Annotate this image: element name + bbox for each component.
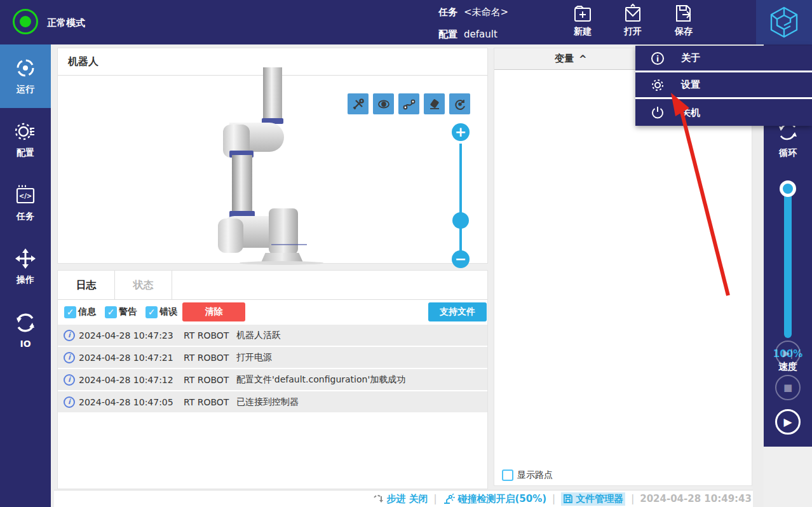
collapse-caret-icon: ^ (579, 53, 587, 65)
file-manager-label: 文件管理器 (576, 493, 623, 505)
show-waypoints-checkbox[interactable] (502, 470, 513, 481)
step-mode-toggle[interactable]: 步进 关闭 (372, 493, 428, 505)
path-icon (403, 98, 416, 111)
collision-detection-toggle[interactable]: 碰撞检测开启(50%) (442, 493, 546, 505)
loop-mode-button[interactable]: 循环 (764, 121, 812, 159)
sidebar-item-run[interactable]: 运行 (0, 44, 51, 108)
filter-error-label: 错误 (159, 306, 177, 318)
info-icon: i (64, 396, 75, 408)
filter-warning-label: 警告 (119, 306, 137, 318)
gear-list-icon (15, 121, 36, 142)
collision-detection-label: 碰撞检测开启(50%) (457, 493, 546, 505)
zoom-slider-track[interactable] (459, 144, 462, 252)
log-filter-bar: ✓ 信息 ✓ 警告 ✓ 错误 清除 支持文件 (58, 300, 487, 324)
svg-text:</>: </> (19, 193, 32, 199)
variables-title: 变量 (555, 53, 574, 65)
eye-icon (377, 98, 390, 111)
file-manager-button[interactable]: 文件管理器 (561, 492, 625, 506)
io-arrows-icon (15, 312, 36, 334)
step-icon (372, 494, 384, 504)
sidebar-item-io[interactable]: IO (0, 299, 51, 362)
info-icon: i (651, 51, 665, 65)
visibility-button[interactable] (373, 93, 394, 114)
log-entry: i 2024-04-28 10:47:05 RT ROBOT 已连接到控制器 (58, 391, 487, 412)
clear-log-button[interactable]: 清除 (182, 302, 245, 321)
tools-button[interactable] (348, 93, 369, 114)
top-bar: 正常模式 任务 <未命名> 配置 default 新建 打开 保存 (0, 0, 812, 44)
zoom-out-button[interactable]: − (452, 250, 470, 268)
check-icon: ✓ (67, 307, 74, 317)
sidebar-item-config[interactable]: 配置 (0, 108, 51, 172)
menu-item-shutdown[interactable]: 关机 (635, 99, 812, 126)
sidebar-item-label: 任务 (17, 211, 34, 222)
check-icon: ✓ (107, 307, 115, 317)
support-files-button[interactable]: 支持文件 (428, 302, 487, 321)
save-task-button[interactable]: 保存 (663, 3, 704, 43)
save-task-label: 保存 (675, 26, 693, 37)
filter-info-label: 信息 (78, 306, 96, 318)
robot-view-toolbar (348, 93, 470, 114)
check-icon: ✓ (148, 307, 156, 317)
config-row: 配置 default (438, 29, 497, 41)
sidebar-item-task[interactable]: </> 任务 (0, 172, 51, 235)
new-file-icon (572, 3, 593, 25)
path-button[interactable] (398, 93, 419, 114)
info-icon: i (64, 352, 75, 363)
rotate-view-button[interactable] (449, 93, 470, 114)
show-waypoints-label: 显示路点 (517, 470, 553, 481)
menu-item-label: 关机 (681, 107, 700, 119)
stop-button[interactable]: ■ (775, 375, 801, 400)
system-dropdown-menu: i 关于 设置 关机 (635, 46, 812, 126)
open-icon (622, 3, 644, 25)
play-icon: ▶ (783, 416, 792, 428)
move-arrows-icon (15, 248, 36, 269)
robot-view-panel: 机器人 + − (57, 48, 488, 264)
log-entry: i 2024-04-28 10:47:12 RT ROBOT 配置文件'defa… (58, 369, 487, 390)
svg-text:i: i (656, 55, 659, 64)
left-sidebar: 运行 配置 </> 任务 操作 IO (0, 44, 51, 507)
filter-info-checkbox[interactable]: ✓ (64, 306, 76, 318)
robot-3d-view[interactable] (217, 67, 318, 267)
speed-slider-handle[interactable] (780, 180, 796, 197)
menu-item-about[interactable]: i 关于 (635, 46, 812, 72)
status-bar: 步进 关闭 | 碰撞检测开启(50%) | 文件管理器 | 2024-04-28… (54, 490, 753, 507)
gear-icon (651, 78, 665, 92)
robot-panel-title: 机器人 (68, 55, 98, 69)
tab-status[interactable]: 状态 (115, 271, 172, 300)
rotate-icon (454, 98, 466, 111)
new-task-button[interactable]: 新建 (562, 3, 603, 43)
play-button[interactable]: ▶ (775, 409, 801, 435)
speed-slider-track[interactable] (784, 186, 792, 338)
run-icon (15, 57, 36, 79)
open-task-button[interactable]: 打开 (612, 3, 653, 43)
file-manager-icon (563, 494, 573, 504)
mode-status-dot (20, 16, 31, 27)
log-entry: i 2024-04-28 10:47:21 RT ROBOT 打开电源 (58, 347, 487, 368)
power-icon (651, 105, 665, 119)
menu-item-settings[interactable]: 设置 (635, 72, 812, 99)
zoom-slider-handle[interactable] (452, 212, 469, 229)
eraser-button[interactable] (424, 93, 445, 114)
info-icon: i (64, 330, 75, 341)
new-task-label: 新建 (574, 26, 592, 37)
sidebar-item-label: 运行 (17, 84, 34, 95)
sidebar-item-label: IO (20, 339, 30, 349)
config-label: 配置 (438, 29, 457, 41)
sidebar-item-jog[interactable]: 操作 (0, 235, 51, 299)
collision-icon (442, 494, 455, 504)
log-list: i 2024-04-28 10:47:23 RT ROBOT 机器人活跃 i 2… (58, 325, 487, 414)
log-status-panel: 日志 状态 ✓ 信息 ✓ 警告 ✓ 错误 清除 支持文件 i 2024-04-2… (57, 270, 488, 489)
filter-warning-checkbox[interactable]: ✓ (105, 306, 117, 318)
eraser-icon (428, 98, 441, 111)
menu-item-label: 关于 (681, 52, 700, 64)
open-task-label: 打开 (624, 26, 642, 37)
info-icon: i (64, 374, 75, 386)
step-forward-button[interactable]: ▶| (775, 341, 801, 366)
show-waypoints-row: 显示路点 (502, 470, 553, 481)
view-zoom-control: + − (452, 123, 470, 269)
zoom-in-button[interactable]: + (452, 123, 470, 141)
tab-log[interactable]: 日志 (58, 271, 115, 300)
log-entry: i 2024-04-28 10:47:23 RT ROBOT 机器人活跃 (58, 325, 487, 346)
filter-error-checkbox[interactable]: ✓ (145, 306, 158, 318)
brand-logo[interactable] (756, 0, 812, 44)
